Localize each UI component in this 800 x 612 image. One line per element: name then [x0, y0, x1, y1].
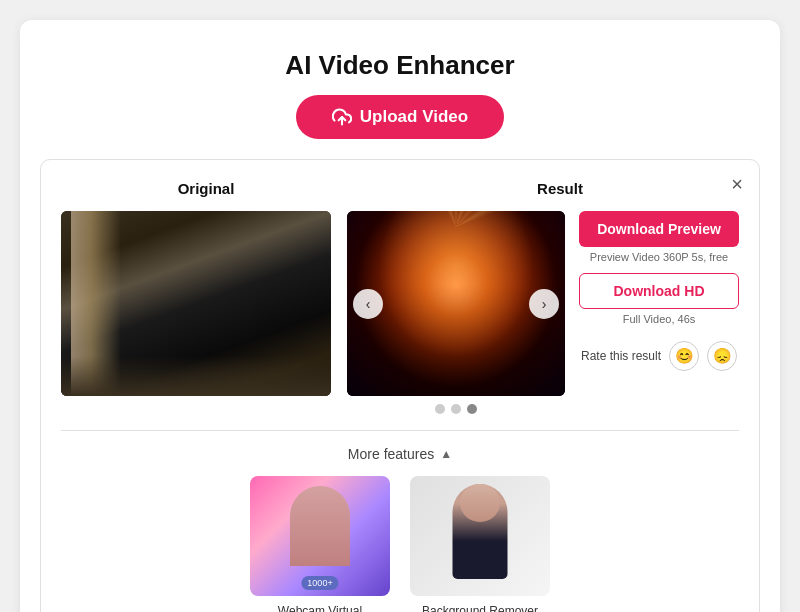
hd-info: Full Video, 46s — [579, 313, 739, 325]
original-frame — [61, 211, 331, 396]
bg-remover-feature-name: Background Remover — [410, 604, 550, 612]
upload-icon — [332, 107, 352, 127]
feature-card-img-bg-remover — [410, 476, 550, 596]
more-features-label: More features ▲ — [348, 446, 452, 462]
dot-2 — [451, 404, 461, 414]
feature-card-img-webcam: 1000+ — [250, 476, 390, 596]
download-preview-button[interactable]: Download Preview — [579, 211, 739, 247]
dot-1 — [435, 404, 445, 414]
rate-negative-button[interactable]: 😞 — [707, 341, 737, 371]
feature-card-bg-remover[interactable]: Background Remover — [410, 476, 550, 612]
result-section: ‹ › Download Preview Preview Video 360P … — [347, 211, 739, 414]
bg-remover-visual — [410, 476, 550, 596]
webcam-feature-name: Webcam Virtual Background — [250, 604, 390, 612]
original-video — [61, 211, 331, 396]
webcam-bg-visual: 1000+ — [250, 476, 390, 596]
dots-indicator — [347, 404, 565, 414]
upload-video-button[interactable]: Upload Video — [296, 95, 504, 139]
page-title: AI Video Enhancer — [40, 50, 760, 81]
action-buttons: Download Preview Preview Video 360P 5s, … — [579, 211, 739, 371]
dot-3 — [467, 404, 477, 414]
rate-positive-button[interactable]: 😊 — [669, 341, 699, 371]
next-button[interactable]: › — [529, 289, 559, 319]
rate-label: Rate this result — [581, 349, 661, 363]
more-features: More features ▲ 1000+ Webcam Virtual Bac… — [61, 445, 739, 612]
main-panel: × Original Result ‹ › — [40, 159, 760, 612]
prev-button[interactable]: ‹ — [353, 289, 383, 319]
panel-headers: Original Result — [61, 180, 739, 197]
result-video: ‹ › — [347, 211, 565, 396]
divider — [61, 430, 739, 431]
preview-info: Preview Video 360P 5s, free — [579, 251, 739, 263]
rate-section: Rate this result 😊 😞 — [579, 341, 739, 371]
result-header: Result — [351, 180, 739, 197]
feature-cards: 1000+ Webcam Virtual Background Backgrou… — [61, 476, 739, 612]
feature-card-webcam[interactable]: 1000+ Webcam Virtual Background — [250, 476, 390, 612]
panel-content: ‹ › Download Preview Preview Video 360P … — [61, 211, 739, 414]
page-wrapper: AI Video Enhancer Upload Video × Origina… — [20, 20, 780, 612]
result-video-container: ‹ › — [347, 211, 565, 414]
close-button[interactable]: × — [731, 174, 743, 194]
download-hd-button[interactable]: Download HD — [579, 273, 739, 309]
original-header: Original — [61, 180, 351, 197]
header: AI Video Enhancer Upload Video — [40, 50, 760, 139]
arrow-up-icon: ▲ — [440, 447, 452, 461]
webcam-badge: 1000+ — [301, 576, 338, 590]
